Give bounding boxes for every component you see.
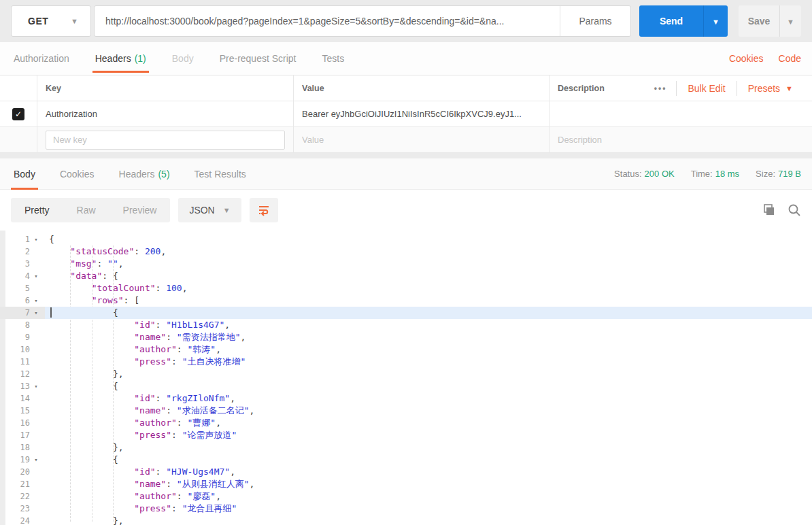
size-label: Size: — [756, 169, 775, 179]
response-toolbar: Pretty Raw Preview JSON ▼ — [0, 190, 812, 231]
tab-count: (1) — [135, 53, 146, 64]
header-row-authorization: ✓ Authorization Bearer eyJhbGciOiJIUzI1N… — [0, 101, 812, 127]
view-mode-pretty[interactable]: Pretty — [11, 198, 63, 222]
fold-arrow-icon[interactable]: ▾ — [30, 383, 42, 390]
description-label: Description — [558, 84, 605, 93]
code-line: 4▾ "data": { — [0, 270, 812, 282]
line-number: 2 — [0, 247, 30, 256]
line-number: 18 — [0, 443, 30, 452]
description-placeholder: Description — [558, 135, 602, 145]
more-options-icon[interactable]: ••• — [645, 84, 677, 93]
line-gutter: 6▾ — [0, 294, 45, 307]
line-number: 1 — [0, 235, 30, 244]
time-value: 18 ms — [715, 169, 739, 179]
search-icon[interactable] — [788, 203, 801, 217]
code-line: 19▾ { — [0, 454, 812, 466]
code-line: 22 "author": "廖磊", — [0, 490, 812, 503]
new-description-cell[interactable]: Description — [549, 127, 812, 152]
status-meta: Status:200 OK — [614, 169, 675, 179]
line-gutter: 15 — [0, 405, 45, 417]
code-line: 24 }, — [0, 515, 812, 525]
fold-arrow-icon[interactable]: ▾ — [30, 236, 42, 243]
request-bar: GET ▼ http://localhost:3000/book/paged?p… — [0, 0, 812, 42]
language-select[interactable]: JSON ▼ — [178, 198, 241, 222]
line-number: 24 — [0, 516, 30, 525]
new-value-cell[interactable]: Value — [294, 127, 549, 152]
line-gutter: 11 — [0, 356, 45, 368]
save-split-button: Save ▼ — [739, 5, 801, 37]
line-number: 3 — [0, 259, 30, 269]
code-text: "rows": [ — [45, 294, 812, 307]
line-number: 9 — [0, 333, 30, 342]
code-text: "msg": "", — [45, 258, 812, 270]
postman-app: GET ▼ http://localhost:3000/book/paged?p… — [0, 0, 812, 525]
line-gutter: 1▾ — [0, 233, 45, 245]
code-line: 17 "press": "论需声放道" — [0, 429, 812, 441]
line-number: 23 — [0, 504, 30, 513]
line-number: 10 — [0, 345, 30, 354]
tab-headers[interactable]: Headers(1) — [92, 42, 149, 75]
wrap-text-button[interactable] — [250, 198, 278, 222]
url-input[interactable]: http://localhost:3000/book/paged?pageInd… — [95, 6, 560, 36]
code-link[interactable]: Code — [779, 53, 801, 64]
code-text: }, — [45, 441, 812, 454]
code-line: 9 "name": "需资法指常地", — [0, 331, 812, 343]
tab-response-headers[interactable]: Headers(5) — [116, 158, 173, 190]
line-gutter: 8 — [0, 319, 45, 331]
fold-arrow-icon[interactable]: ▾ — [30, 273, 42, 280]
view-mode-raw[interactable]: Raw — [63, 198, 109, 222]
tab-authorization[interactable]: Authorization — [11, 42, 72, 75]
presets-button[interactable]: Presets▼ — [737, 83, 804, 94]
tab-test-results[interactable]: Test Results — [192, 158, 249, 190]
fold-arrow-icon[interactable]: ▾ — [30, 297, 42, 304]
params-button[interactable]: Params — [560, 6, 630, 36]
size-value: 719 B — [778, 169, 801, 179]
line-number: 13 — [0, 382, 30, 391]
method-select[interactable]: GET ▼ — [11, 5, 91, 37]
check-icon: ✓ — [15, 109, 22, 119]
code-text: "id": "rkgZIloNfm", — [45, 392, 812, 405]
tab-body[interactable]: Body — [169, 42, 197, 75]
header-description-cell[interactable] — [549, 101, 812, 126]
line-gutter: 2 — [0, 245, 45, 258]
code-line: 2 "statusCode": 200, — [0, 245, 812, 258]
tab-response-body[interactable]: Body — [11, 158, 38, 190]
header-key-cell[interactable]: Authorization — [37, 101, 294, 126]
line-gutter: 20 — [0, 466, 45, 478]
tab-label: Body — [172, 53, 194, 64]
fold-arrow-icon[interactable]: ▾ — [30, 456, 42, 463]
save-dropdown-button[interactable]: ▼ — [779, 5, 801, 37]
view-mode-preview[interactable]: Preview — [109, 198, 171, 222]
tab-label: Headers — [95, 53, 131, 64]
text-cursor — [50, 307, 52, 318]
time-meta: Time:18 ms — [691, 169, 739, 179]
code-line: 23 "press": "龙合且再细" — [0, 503, 812, 515]
row-select-cell: ✓ — [0, 101, 37, 126]
send-button[interactable]: Send — [639, 5, 703, 37]
code-text: }, — [45, 368, 812, 380]
new-key-input[interactable] — [46, 131, 285, 150]
fold-arrow-icon[interactable]: ▾ — [30, 309, 42, 316]
code-text: "id": "H1bL1s4G7", — [45, 319, 812, 331]
line-gutter: 24 — [0, 515, 45, 525]
status-value: 200 OK — [645, 169, 675, 179]
value-column-header: Value — [294, 75, 549, 101]
copy-icon[interactable] — [762, 203, 775, 217]
code-line: 5 "totalCount": 100, — [0, 282, 812, 294]
tab-response-cookies[interactable]: Cookies — [57, 158, 97, 190]
header-value-cell[interactable]: Bearer eyJhbGciOiJIUzI1NiIsInR5cCI6IkpXV… — [294, 101, 549, 126]
bulk-edit-button[interactable]: Bulk Edit — [677, 83, 736, 94]
response-body-viewer[interactable]: 1▾{2 "statusCode": 200,3 "msg": "",4▾ "d… — [0, 231, 812, 525]
code-text: "press": "土自决将准增" — [45, 356, 812, 368]
code-text: "name": "需资法指常地", — [45, 331, 812, 343]
tab-pre-request-script[interactable]: Pre-request Script — [217, 42, 299, 75]
tab-tests[interactable]: Tests — [320, 42, 348, 75]
send-dropdown-button[interactable]: ▼ — [703, 5, 728, 37]
code-line: 3 "msg": "", — [0, 258, 812, 270]
row-checkbox[interactable]: ✓ — [12, 108, 24, 120]
line-gutter: 18 — [0, 441, 45, 454]
line-number: 12 — [0, 369, 30, 379]
line-gutter: 13▾ — [0, 380, 45, 392]
cookies-link[interactable]: Cookies — [729, 53, 764, 64]
save-button[interactable]: Save — [739, 5, 779, 37]
